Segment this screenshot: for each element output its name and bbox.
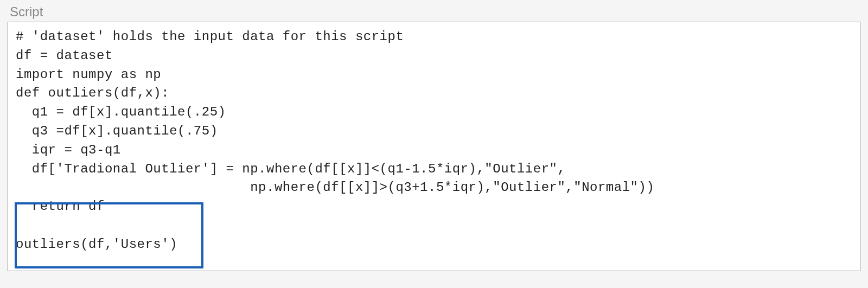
code-line: outliers(df,'Users'): [16, 237, 177, 252]
code-line: np.where(df[[x]]>(q3+1.5*iqr),"Outlier",…: [16, 180, 654, 195]
script-label: Script: [10, 4, 860, 20]
code-line: q1 = df[x].quantile(.25): [16, 105, 226, 119]
code-line: import numpy as np: [16, 67, 161, 82]
script-editor[interactable]: # 'dataset' holds the input data for thi…: [8, 22, 860, 271]
code-line: q3 =df[x].quantile(.75): [16, 124, 218, 138]
code-line: df['Tradional Outlier'] = np.where(df[[x…: [16, 162, 565, 176]
code-line: def outliers(df,x):: [16, 86, 169, 100]
code-line: # 'dataset' holds the input data for thi…: [16, 29, 404, 44]
code-line: return df: [16, 199, 105, 214]
code-content[interactable]: # 'dataset' holds the input data for thi…: [16, 28, 852, 254]
code-line: df = dataset: [16, 48, 113, 63]
code-line: iqr = q3-q1: [16, 143, 121, 157]
